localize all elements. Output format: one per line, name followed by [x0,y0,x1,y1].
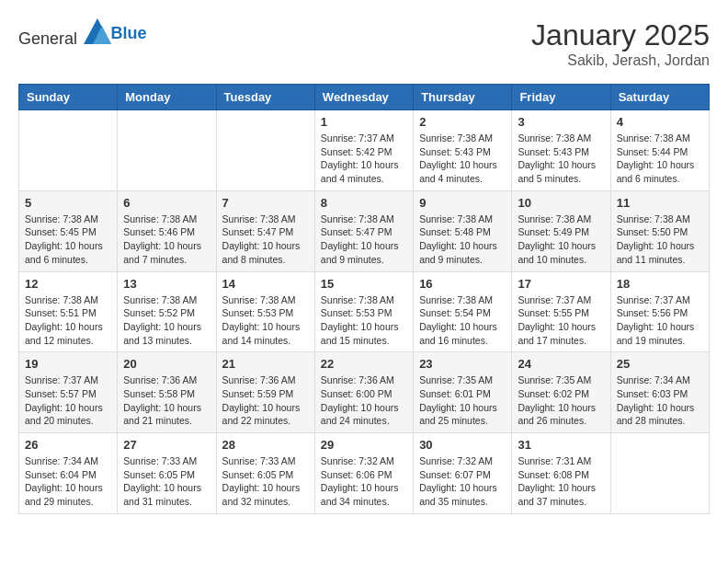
calendar-cell: 12Sunrise: 7:38 AM Sunset: 5:51 PM Dayli… [19,271,118,352]
location-title: Sakib, Jerash, Jordan [531,52,710,69]
calendar-header-row: SundayMondayTuesdayWednesdayThursdayFrid… [19,85,710,110]
day-number: 24 [518,357,604,371]
day-number: 1 [321,115,407,129]
day-number: 29 [321,438,407,452]
day-info: Sunrise: 7:32 AM Sunset: 6:07 PM Dayligh… [419,454,506,509]
day-info: Sunrise: 7:38 AM Sunset: 5:47 PM Dayligh… [222,213,309,267]
calendar-table: SundayMondayTuesdayWednesdayThursdayFrid… [18,84,710,514]
day-info: Sunrise: 7:33 AM Sunset: 6:05 PM Dayligh… [123,454,210,509]
day-number: 11 [617,196,703,210]
day-info: Sunrise: 7:38 AM Sunset: 5:43 PM Dayligh… [419,132,506,186]
day-number: 13 [123,277,210,291]
day-info: Sunrise: 7:37 AM Sunset: 5:42 PM Dayligh… [321,132,407,186]
day-info: Sunrise: 7:38 AM Sunset: 5:48 PM Dayligh… [419,213,506,267]
day-info: Sunrise: 7:37 AM Sunset: 5:57 PM Dayligh… [25,373,111,428]
day-info: Sunrise: 7:36 AM Sunset: 5:59 PM Dayligh… [222,373,309,428]
day-number: 27 [123,438,210,452]
day-info: Sunrise: 7:38 AM Sunset: 5:49 PM Dayligh… [518,213,604,267]
logo: General Blue [18,18,147,49]
calendar-cell: 23Sunrise: 7:35 AM Sunset: 6:01 PM Dayli… [414,352,512,433]
day-number: 9 [419,196,506,210]
day-number: 28 [222,438,309,452]
day-info: Sunrise: 7:38 AM Sunset: 5:53 PM Dayligh… [321,293,407,348]
day-info: Sunrise: 7:38 AM Sunset: 5:47 PM Dayligh… [321,213,407,267]
calendar-cell: 27Sunrise: 7:33 AM Sunset: 6:05 PM Dayli… [118,433,216,514]
calendar-day-header: Friday [512,85,610,110]
day-number: 30 [419,438,506,452]
day-info: Sunrise: 7:32 AM Sunset: 6:06 PM Dayligh… [321,454,407,509]
day-number: 4 [617,115,703,129]
day-number: 8 [321,196,407,210]
calendar-day-header: Tuesday [216,85,314,110]
day-number: 15 [321,277,407,291]
calendar-cell: 1Sunrise: 7:37 AM Sunset: 5:42 PM Daylig… [314,110,413,191]
calendar-cell: 20Sunrise: 7:36 AM Sunset: 5:58 PM Dayli… [118,352,216,433]
calendar-cell: 7Sunrise: 7:38 AM Sunset: 5:47 PM Daylig… [216,190,314,271]
day-info: Sunrise: 7:34 AM Sunset: 6:03 PM Dayligh… [617,373,703,428]
calendar-cell: 25Sunrise: 7:34 AM Sunset: 6:03 PM Dayli… [610,352,709,433]
day-info: Sunrise: 7:35 AM Sunset: 6:01 PM Dayligh… [419,373,506,428]
day-info: Sunrise: 7:38 AM Sunset: 5:43 PM Dayligh… [518,132,604,186]
calendar-cell: 11Sunrise: 7:38 AM Sunset: 5:50 PM Dayli… [610,190,709,271]
day-number: 3 [518,115,604,129]
calendar-cell: 8Sunrise: 7:38 AM Sunset: 5:47 PM Daylig… [314,190,413,271]
calendar-cell: 6Sunrise: 7:38 AM Sunset: 5:46 PM Daylig… [118,190,216,271]
calendar-day-header: Monday [118,85,216,110]
calendar-week-row: 19Sunrise: 7:37 AM Sunset: 5:57 PM Dayli… [19,352,710,433]
calendar-cell: 14Sunrise: 7:38 AM Sunset: 5:53 PM Dayli… [216,271,314,352]
day-number: 17 [518,277,604,291]
day-info: Sunrise: 7:33 AM Sunset: 6:05 PM Dayligh… [222,454,309,509]
day-info: Sunrise: 7:38 AM Sunset: 5:45 PM Dayligh… [25,213,111,267]
calendar-cell: 9Sunrise: 7:38 AM Sunset: 5:48 PM Daylig… [414,190,512,271]
day-info: Sunrise: 7:38 AM Sunset: 5:52 PM Dayligh… [123,293,210,348]
calendar-cell [610,433,709,514]
calendar-body: 1Sunrise: 7:37 AM Sunset: 5:42 PM Daylig… [19,110,710,514]
calendar-cell: 28Sunrise: 7:33 AM Sunset: 6:05 PM Dayli… [216,433,314,514]
day-number: 6 [123,196,210,210]
day-number: 12 [25,277,111,291]
calendar-cell: 4Sunrise: 7:38 AM Sunset: 5:44 PM Daylig… [610,110,709,191]
day-number: 10 [518,196,604,210]
logo-general: General [18,29,77,48]
calendar-week-row: 1Sunrise: 7:37 AM Sunset: 5:42 PM Daylig… [19,110,710,191]
day-number: 25 [617,357,703,371]
calendar-cell: 22Sunrise: 7:36 AM Sunset: 6:00 PM Dayli… [314,352,413,433]
day-number: 2 [419,115,506,129]
day-info: Sunrise: 7:38 AM Sunset: 5:51 PM Dayligh… [25,293,111,348]
calendar-cell: 3Sunrise: 7:38 AM Sunset: 5:43 PM Daylig… [512,110,610,191]
calendar-cell: 31Sunrise: 7:31 AM Sunset: 6:08 PM Dayli… [512,433,610,514]
calendar-cell: 2Sunrise: 7:38 AM Sunset: 5:43 PM Daylig… [414,110,512,191]
calendar-cell: 16Sunrise: 7:38 AM Sunset: 5:54 PM Dayli… [414,271,512,352]
day-number: 19 [25,357,111,371]
day-number: 5 [25,196,111,210]
calendar-cell: 5Sunrise: 7:38 AM Sunset: 5:45 PM Daylig… [19,190,118,271]
calendar-week-row: 12Sunrise: 7:38 AM Sunset: 5:51 PM Dayli… [19,271,710,352]
day-info: Sunrise: 7:38 AM Sunset: 5:53 PM Dayligh… [222,293,309,348]
day-number: 18 [617,277,703,291]
logo-icon [84,18,111,44]
calendar-cell: 10Sunrise: 7:38 AM Sunset: 5:49 PM Dayli… [512,190,610,271]
day-info: Sunrise: 7:37 AM Sunset: 5:56 PM Dayligh… [617,293,703,348]
day-info: Sunrise: 7:36 AM Sunset: 5:58 PM Dayligh… [123,373,210,428]
day-number: 14 [222,277,309,291]
day-info: Sunrise: 7:38 AM Sunset: 5:54 PM Dayligh… [419,293,506,348]
calendar-cell: 30Sunrise: 7:32 AM Sunset: 6:07 PM Dayli… [414,433,512,514]
day-number: 23 [419,357,506,371]
day-number: 22 [321,357,407,371]
calendar-cell: 17Sunrise: 7:37 AM Sunset: 5:55 PM Dayli… [512,271,610,352]
day-info: Sunrise: 7:35 AM Sunset: 6:02 PM Dayligh… [518,373,604,428]
day-number: 16 [419,277,506,291]
month-title: January 2025 [531,18,710,52]
calendar-day-header: Wednesday [314,85,413,110]
day-info: Sunrise: 7:38 AM Sunset: 5:44 PM Dayligh… [617,132,703,186]
day-info: Sunrise: 7:38 AM Sunset: 5:46 PM Dayligh… [123,213,210,267]
calendar-cell [118,110,216,191]
calendar-cell: 18Sunrise: 7:37 AM Sunset: 5:56 PM Dayli… [610,271,709,352]
calendar-day-header: Sunday [19,85,118,110]
day-number: 26 [25,438,111,452]
logo-blue: Blue [111,24,147,42]
day-number: 31 [518,438,604,452]
day-number: 7 [222,196,309,210]
day-number: 21 [222,357,309,371]
day-info: Sunrise: 7:37 AM Sunset: 5:55 PM Dayligh… [518,293,604,348]
